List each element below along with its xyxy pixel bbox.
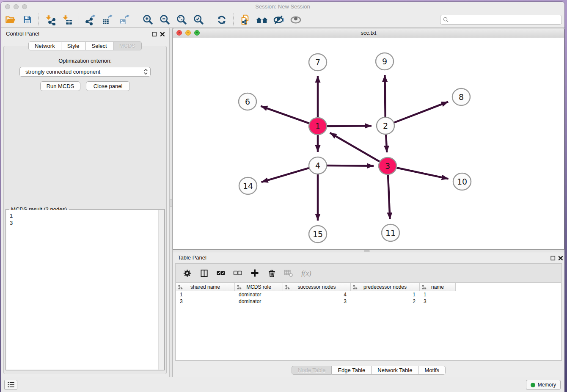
tab-mcds[interactable]: MCDS [113, 41, 142, 50]
tab-node-table[interactable]: Node Table [292, 366, 332, 375]
window-title: Session: New Session [1, 3, 564, 10]
close-panel-button[interactable]: Close panel [86, 81, 130, 91]
graph-edge-2-3[interactable] [386, 135, 387, 152]
open-session-button[interactable] [2, 13, 19, 27]
graph-edge-3-11[interactable] [388, 175, 390, 219]
vertical-splitter[interactable] [169, 28, 173, 377]
function-builder-button[interactable]: f(x) [298, 266, 317, 280]
tab-edge-table[interactable]: Edge Table [332, 366, 372, 375]
criterion-select[interactable]: strongly connected component [19, 67, 151, 77]
eye-slash-icon [273, 14, 285, 26]
control-panel-tabs: NetworkStyleSelectMCDS [1, 41, 169, 50]
zoom-out-button[interactable] [156, 13, 173, 27]
graph-edge-2-9[interactable] [385, 75, 385, 117]
graph-edge-4-3[interactable] [327, 166, 374, 166]
mcds-result-textarea[interactable]: 13 [6, 210, 164, 370]
graph-edge-3-10[interactable] [397, 168, 449, 179]
graph-edge-1-2[interactable] [327, 126, 372, 126]
search-input[interactable] [450, 17, 559, 23]
memory-label: Memory [538, 382, 556, 388]
zoom-selected-button[interactable] [190, 13, 207, 27]
hide-selected-button[interactable] [270, 13, 287, 27]
table-panel-tabs: Node TableEdge TableNetwork TableMotifs [173, 366, 564, 375]
table-row[interactable]: 1dominator411 [176, 291, 561, 298]
delete-column-button[interactable] [264, 266, 279, 280]
graph-edge-2-8[interactable] [394, 102, 449, 122]
checked-boxes-icon [216, 268, 226, 278]
zoom-in-button[interactable] [139, 13, 156, 27]
network-window-titlebar: × − + scc.txt [173, 28, 564, 38]
table-panel: Table Panel f(x) shared nameMCDS rolesuc… [173, 252, 564, 377]
select-stepper-icon [144, 69, 148, 75]
apply-layout-button[interactable] [213, 13, 230, 27]
column-type-icon [422, 285, 427, 290]
column-type-icon [285, 285, 290, 290]
tab-select[interactable]: Select [86, 41, 113, 50]
toolbar-separator [39, 14, 39, 26]
graph-node-label: 7 [315, 58, 320, 67]
splitter-grip[interactable] [364, 250, 370, 252]
column-header-name[interactable]: name [420, 283, 456, 291]
graph-edge-1-6[interactable] [261, 106, 309, 124]
memory-button[interactable]: Memory [526, 380, 561, 390]
save-icon [22, 14, 33, 25]
columns-icon [199, 268, 209, 278]
graph-node-label: 14 [243, 181, 253, 190]
export-table-button[interactable] [99, 13, 116, 27]
table-row[interactable]: 3dominator323 [176, 298, 561, 305]
node-table: shared nameMCDS rolesuccessor nodesprede… [176, 282, 561, 360]
delete-table-button[interactable] [281, 266, 296, 280]
control-panel-title: Control Panel [6, 30, 39, 37]
network-view-window: × − + scc.txt 1234678910111415 [173, 28, 564, 250]
column-header-shared-name[interactable]: shared name [176, 283, 235, 291]
column-header-MCDS-role[interactable]: MCDS role [235, 283, 283, 291]
import-table-icon [62, 14, 73, 25]
clone-network-button[interactable] [237, 13, 253, 27]
run-mcds-button[interactable]: Run MCDS [40, 81, 80, 91]
select-all-rows-button[interactable] [214, 266, 228, 280]
close-panel-icon[interactable] [160, 32, 165, 37]
show-columns-button[interactable] [197, 266, 211, 280]
save-session-button[interactable] [19, 13, 36, 27]
export-image-button[interactable] [116, 13, 133, 27]
float-panel-icon[interactable] [550, 256, 556, 261]
graph-edge-3-1[interactable] [330, 133, 380, 162]
splitter-grip[interactable] [170, 199, 172, 207]
column-header-successor-nodes[interactable]: successor nodes [283, 283, 351, 291]
two-houses-icon [256, 14, 268, 26]
unchecked-boxes-icon [233, 268, 243, 278]
show-all-button[interactable] [253, 13, 270, 27]
import-network-button[interactable] [42, 13, 59, 27]
table-panel-content: f(x) shared nameMCDS rolesuccessor nodes… [175, 263, 562, 361]
add-column-button[interactable] [248, 266, 262, 280]
tab-network[interactable]: Network [28, 41, 61, 50]
control-panel: Control Panel NetworkStyleSelectMCDS Opt… [1, 28, 169, 377]
mcds-result-text: 13 [6, 210, 158, 370]
graph-node-label: 10 [457, 177, 467, 186]
zoom-in-icon [142, 14, 154, 25]
clone-network-icon [239, 14, 251, 25]
show-hidden-button[interactable] [287, 13, 304, 27]
float-panel-icon[interactable] [152, 32, 157, 37]
export-network-button[interactable] [82, 13, 99, 27]
tab-style[interactable]: Style [61, 41, 86, 50]
deselect-all-rows-button[interactable] [231, 266, 245, 280]
zoom-fit-button[interactable] [173, 13, 190, 27]
graph-edge-4-14[interactable] [261, 168, 309, 182]
tab-motifs[interactable]: Motifs [418, 366, 446, 375]
tab-network-table[interactable]: Network Table [372, 366, 418, 375]
network-window-title: scc.txt [173, 30, 564, 36]
export-network-icon [85, 14, 96, 25]
graph-node-label: 8 [459, 92, 464, 102]
import-table-button[interactable] [59, 13, 76, 27]
console-tasks-button[interactable] [4, 380, 17, 390]
column-type-icon [237, 285, 242, 290]
toolbar-separator [233, 14, 234, 26]
open-folder-icon [5, 14, 16, 25]
network-canvas[interactable]: 1234678910111415 [173, 38, 564, 249]
column-header-predecessor-nodes[interactable]: predecessor nodes [351, 283, 420, 291]
table-settings-button[interactable] [180, 266, 194, 280]
result-scrollbar[interactable] [158, 210, 164, 370]
close-panel-icon[interactable] [558, 256, 563, 261]
status-bar: Memory [1, 377, 564, 392]
